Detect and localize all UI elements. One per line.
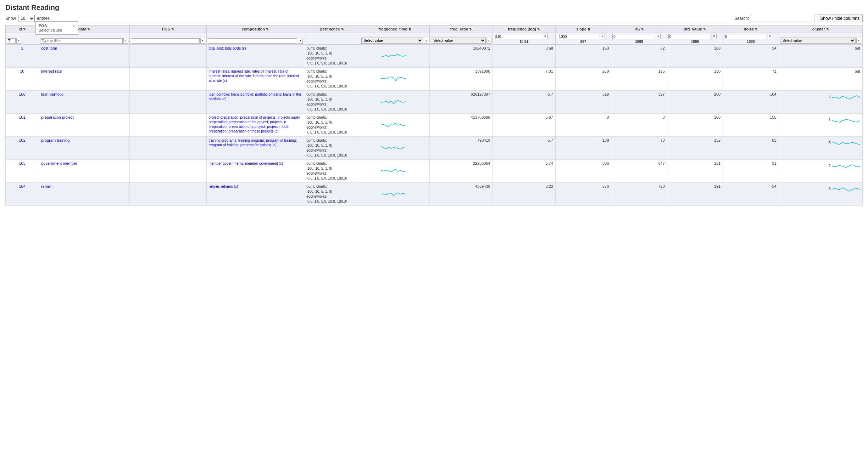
composition-link[interactable]: program of training <box>266 139 296 142</box>
col-title-data[interactable]: data <box>78 27 87 31</box>
col-title-freq-ratio[interactable]: freq_ratio <box>450 27 468 31</box>
filter-cluster-clear[interactable]: × <box>856 38 861 44</box>
id-link[interactable]: 104 <box>19 184 25 188</box>
id-link[interactable]: 100 <box>19 92 25 96</box>
filter-freq-time-select[interactable]: Select value <box>361 38 423 44</box>
col-title-slope[interactable]: slope <box>576 27 586 31</box>
filter-freq-time-clear[interactable]: × <box>424 38 429 44</box>
data-link[interactable]: preparation project <box>41 115 74 119</box>
composition-link[interactable]: project preparation <box>209 115 238 119</box>
composition-link[interactable]: training programs <box>209 139 237 142</box>
pertinence-line: [100, 10, 5, 1, 0] <box>306 190 332 193</box>
filter-id-clear[interactable]: × <box>16 38 21 44</box>
composition-link[interactable]: training program <box>238 139 264 142</box>
composition-link[interactable]: reform <box>209 185 219 188</box>
cell-cluster: 1 <box>779 114 862 137</box>
sort-icon-pertinence: ⇅ <box>341 28 344 31</box>
composition-link[interactable]: preparation of the project <box>229 120 268 124</box>
data-link[interactable]: government member <box>41 161 77 165</box>
freq-log-max-val: 10.91 <box>519 40 528 44</box>
search-label: Search: <box>734 16 749 21</box>
composition-link[interactable]: member governments <box>209 162 243 165</box>
filter-data-input[interactable] <box>40 38 123 44</box>
filter-composition-input[interactable] <box>208 38 297 44</box>
data-link[interactable]: cost total <box>41 46 57 50</box>
filter-std-min[interactable] <box>668 34 711 39</box>
cell-noise: 71 <box>723 68 779 91</box>
cell-id: 102 <box>6 137 39 160</box>
col-title-freq-time[interactable]: frequence_time <box>378 27 407 31</box>
composition-link[interactable]: interest than the rate <box>253 74 285 78</box>
filter-freq-ratio-select[interactable]: Select value <box>431 38 485 44</box>
filter-noise-min[interactable] <box>724 34 767 39</box>
composition-link[interactable]: loans portfolio <box>231 92 253 96</box>
filter-id-input[interactable] <box>7 38 16 44</box>
filter-pos-input[interactable] <box>131 38 200 44</box>
cluster-sparkline <box>832 138 860 148</box>
filter-freq-log-clear[interactable]: × <box>543 34 548 39</box>
col-header-freq-time: frequence_time ⇅ <box>360 26 430 33</box>
data-link[interactable]: loan portfolio <box>41 92 63 96</box>
data-link[interactable]: interest rate <box>41 69 62 73</box>
composition-link[interactable]: interest rates <box>209 69 229 73</box>
col-title-pos[interactable]: POS <box>162 27 170 31</box>
cell-pertinence: bump charts:[100, 10, 5, 1, 0]egonetwork… <box>304 137 360 160</box>
col-title-freq-log[interactable]: frequence (log) <box>508 27 536 31</box>
cell-freq-time <box>360 183 430 206</box>
entries-select[interactable]: 10 25 50 100 <box>18 15 35 22</box>
col-title-id[interactable]: id <box>18 27 22 31</box>
filter-noise-clear[interactable]: × <box>768 34 773 39</box>
filter-rs-clear[interactable]: × <box>656 34 661 39</box>
col-title-std[interactable]: std_value <box>684 27 702 31</box>
filter-freq-log-min[interactable] <box>494 34 542 39</box>
composition-link[interactable]: program of training <box>209 143 239 147</box>
id-link[interactable]: 10 <box>20 69 24 73</box>
show-hide-columns-button[interactable]: Show / hide columns <box>817 15 863 22</box>
col-title-rs[interactable]: RS <box>634 27 640 31</box>
cell-rs: 327 <box>611 91 667 114</box>
filter-slope-clear[interactable]: × <box>600 34 605 39</box>
search-input[interactable] <box>751 15 815 22</box>
cell-pos <box>130 91 207 114</box>
col-title-noise[interactable]: noise <box>744 27 754 31</box>
filter-cluster-select[interactable]: Select value <box>780 38 856 44</box>
composition-link[interactable]: portfolio of loans <box>255 92 281 96</box>
filter-pos-clear[interactable]: × <box>200 38 205 44</box>
composition-link[interactable]: interest at the rate <box>222 74 251 78</box>
filter-composition-clear[interactable]: × <box>298 38 303 44</box>
composition-link[interactable]: interest rate <box>231 69 250 73</box>
id-link[interactable]: 103 <box>19 161 25 165</box>
data-link[interactable]: reform <box>41 184 52 188</box>
composition-link[interactable]: member government (c) <box>245 162 283 165</box>
filter-std-clear[interactable]: × <box>712 34 717 39</box>
composition-link[interactable]: preparation of a project <box>229 125 265 129</box>
composition-link[interactable]: loan portfolio <box>209 92 229 96</box>
data-link[interactable]: program training <box>41 138 69 142</box>
composition-link[interactable]: program for training (c) <box>240 143 277 147</box>
composition-link[interactable]: rates of interest <box>252 69 276 73</box>
composition-link[interactable]: reforms (c) <box>221 185 238 188</box>
composition-link[interactable]: preparation of these projects (c) <box>229 129 279 133</box>
pos-dropdown-close[interactable]: × <box>73 24 75 28</box>
col-title-pertinence[interactable]: pertinence <box>320 27 340 31</box>
cell-data: government member <box>39 160 130 183</box>
col-title-composition[interactable]: composition <box>242 27 265 31</box>
id-link[interactable]: 101 <box>19 115 25 119</box>
filter-freq-ratio-clear[interactable]: × <box>486 38 491 44</box>
composition-link[interactable]: total costs (c) <box>225 46 246 50</box>
filter-data-clear[interactable]: × <box>123 38 128 44</box>
id-link[interactable]: 1 <box>21 46 23 50</box>
cell-freq-log: 5.7 <box>493 91 555 114</box>
slope-max-val: 987 <box>580 40 586 44</box>
pertinence-line: [100, 10, 5, 1, 0] <box>306 143 332 147</box>
filter-rs-min[interactable] <box>612 34 655 39</box>
cell-composition: training programs; training program; pro… <box>206 137 304 160</box>
std-max-val: 1000 <box>691 40 699 44</box>
composition-link[interactable]: preparation of projects <box>240 115 276 119</box>
cluster-sparkline <box>832 161 860 171</box>
filter-slope-min[interactable] <box>557 34 599 39</box>
cell-pos <box>130 68 207 91</box>
col-title-cluster[interactable]: cluster <box>812 27 825 31</box>
composition-link[interactable]: total cost <box>209 46 223 50</box>
id-link[interactable]: 102 <box>19 138 25 142</box>
